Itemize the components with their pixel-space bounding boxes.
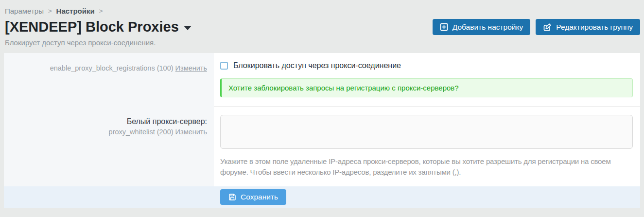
breadcrumb-item-settings[interactable]: Настройки — [56, 7, 95, 15]
option-control-column: Укажите в этом поле удаленные IP-адреса … — [214, 107, 640, 186]
option-meta-column: Белый прокси-сервер: proxy_whitelist (20… — [4, 107, 214, 186]
breadcrumb: Параметры > Настройки > — [0, 0, 644, 15]
option-control-column: Блокировать доступ через прокси-соединен… — [214, 53, 640, 107]
add-option-button[interactable]: Добавить настройку — [433, 19, 530, 35]
option-id-text: proxy_whitelist (200) — [109, 128, 174, 136]
block-proxy-checkbox[interactable] — [220, 62, 228, 70]
page-title-menu[interactable]: [XENDEEP] Block Proxies — [5, 19, 191, 35]
form-row-proxy-whitelist: Белый прокси-сервер: proxy_whitelist (20… — [4, 107, 640, 186]
whitelist-help-text: Укажите в этом поле удаленные IP-адреса … — [220, 156, 633, 178]
floppy-disk-icon — [228, 193, 236, 201]
save-button[interactable]: Сохранить — [220, 189, 286, 205]
header-buttons: Добавить настройку Редактировать группу — [433, 19, 640, 35]
add-option-button-label: Добавить настройку — [453, 23, 523, 32]
proxy-hint-message: Хотите заблокировать запросы на регистра… — [220, 78, 633, 97]
block-proxy-checkbox-row[interactable]: Блокировать доступ через прокси-соединен… — [220, 61, 633, 70]
save-button-label: Сохранить — [241, 193, 278, 201]
settings-form: enable_proxy_block_registrations (100) И… — [4, 53, 640, 186]
edit-option-link[interactable]: Изменить — [175, 64, 207, 72]
whitelist-field-label: Белый прокси-сервер: — [9, 117, 207, 126]
edit-option-link[interactable]: Изменить — [175, 128, 207, 136]
option-meta-column: enable_proxy_block_registrations (100) И… — [4, 53, 214, 107]
plus-square-icon — [440, 23, 448, 31]
form-footer: Сохранить — [4, 186, 640, 208]
option-id-text: enable_proxy_block_registrations (100) — [50, 64, 174, 72]
caret-down-icon — [184, 26, 191, 30]
breadcrumb-separator-icon: > — [48, 7, 52, 15]
edit-group-button-label: Редактировать группу — [556, 23, 633, 32]
page-subtitle: Блокирует доступ через прокси-соединения… — [0, 35, 644, 53]
edit-group-button[interactable]: Редактировать группу — [536, 19, 640, 35]
block-proxy-checkbox-label: Блокировать доступ через прокси-соединен… — [233, 61, 401, 70]
page-title: [XENDEEP] Block Proxies — [5, 19, 179, 35]
breadcrumb-separator-icon: > — [99, 7, 103, 15]
page-header: [XENDEEP] Block Proxies Добавить настрой… — [0, 15, 644, 35]
proxy-whitelist-textarea[interactable] — [220, 115, 633, 149]
form-row-enable-proxy-block: enable_proxy_block_registrations (100) И… — [4, 53, 640, 107]
pencil-square-icon — [543, 23, 552, 32]
breadcrumb-item-parameters[interactable]: Параметры — [5, 7, 44, 15]
